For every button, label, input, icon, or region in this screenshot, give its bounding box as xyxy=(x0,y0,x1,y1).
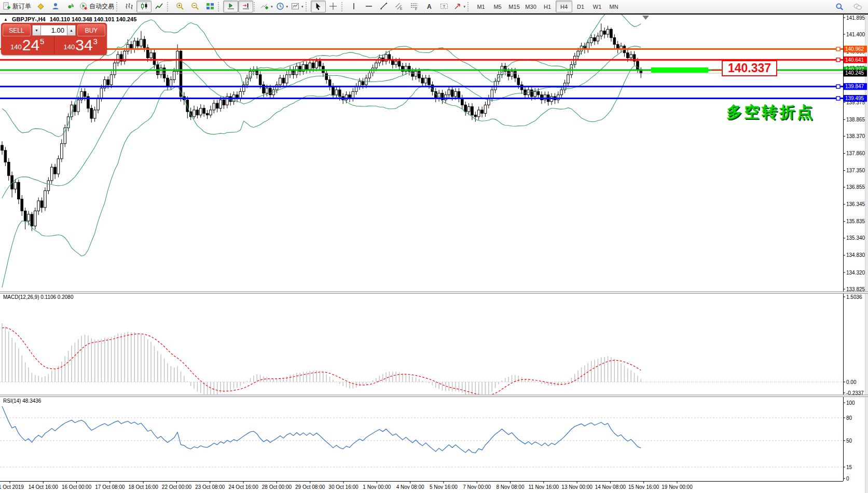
svg-text:A: A xyxy=(427,3,432,10)
candle xyxy=(461,95,464,109)
fibonacci-button[interactable]: F xyxy=(407,1,422,12)
volume-field[interactable]: 1.00 xyxy=(41,25,67,36)
rsi-indicator-label: RSI(14) 48.3436 xyxy=(3,398,41,404)
panel-separator[interactable] xyxy=(0,395,868,397)
text-button[interactable]: A xyxy=(422,1,437,12)
candle xyxy=(600,23,602,39)
trade-panel-price-row: 140 24 5 140 34 3 xyxy=(1,36,107,53)
tf-h4-button[interactable]: H4 xyxy=(556,1,572,12)
panel-separator[interactable] xyxy=(0,292,868,294)
zoom-in-button[interactable] xyxy=(172,1,187,12)
crosshair-button[interactable] xyxy=(326,1,341,12)
sell-price[interactable]: 140 24 5 xyxy=(1,36,54,53)
candle xyxy=(103,76,106,91)
candle xyxy=(481,106,484,117)
templates-button[interactable]: ▾ xyxy=(290,1,305,12)
buy-button[interactable]: BUY xyxy=(77,24,105,36)
current-price-label-text: 140.245 xyxy=(845,70,864,76)
tf-d1-button[interactable]: D1 xyxy=(572,1,589,12)
candle xyxy=(424,75,427,87)
autotrading-button[interactable]: 自动交易 xyxy=(78,1,116,12)
candle xyxy=(67,113,70,131)
tf-w1-button-label: W1 xyxy=(593,4,602,10)
candle xyxy=(21,195,23,216)
price-callout-box[interactable]: 140.337 xyxy=(722,60,777,76)
macd-axis-label: 1.5036 xyxy=(846,294,862,300)
rsi-panel[interactable] xyxy=(0,406,843,467)
chat-button[interactable] xyxy=(850,1,865,12)
zoom-out-button[interactable] xyxy=(187,1,202,12)
search-button[interactable] xyxy=(832,1,847,12)
one-click-trading-panel: SELL ▼ 1.00 ▲ BUY 140 24 5 140 34 3 xyxy=(1,23,107,55)
tf-m1-button[interactable]: M1 xyxy=(473,1,489,12)
tile-windows-button[interactable] xyxy=(202,1,217,12)
trendline-button[interactable] xyxy=(377,1,392,12)
tf-h1-button[interactable]: H1 xyxy=(539,1,556,12)
turning-point-annotation[interactable]: 多空转折点 xyxy=(726,102,815,123)
hline-marker[interactable] xyxy=(836,97,840,100)
candle xyxy=(61,139,63,162)
hline-marker[interactable] xyxy=(836,47,840,51)
candle xyxy=(388,51,391,63)
chart-shift-marker[interactable] xyxy=(642,16,649,20)
candle xyxy=(285,71,288,86)
volume-down-button[interactable]: ▼ xyxy=(32,25,41,36)
candle xyxy=(328,76,331,90)
tf-m1-button-label: M1 xyxy=(477,4,485,10)
sell-button[interactable]: SELL xyxy=(3,24,31,36)
candle xyxy=(239,88,242,102)
profiles-button[interactable] xyxy=(48,1,63,12)
main-chart-area[interactable] xyxy=(0,10,843,288)
candle xyxy=(27,211,30,225)
time-axis[interactable]: 11 Oct 201914 Oct 16:0016 Oct 00:0017 Oc… xyxy=(0,482,693,490)
alerts-button[interactable] xyxy=(63,1,78,12)
time-tick-label: 8 Nov 08:00 xyxy=(497,484,525,490)
candle xyxy=(368,70,371,81)
svg-text:F: F xyxy=(415,7,417,10)
buy-price[interactable]: 140 34 3 xyxy=(54,36,107,53)
bar-chart-button[interactable] xyxy=(121,1,136,12)
candle xyxy=(18,180,20,204)
sell-price-prefix: 140 xyxy=(10,43,22,51)
candle xyxy=(332,83,335,99)
vline-button[interactable] xyxy=(347,1,362,12)
macd-axis-label: -0.2337 xyxy=(846,390,864,396)
tf-m30-button[interactable]: M30 xyxy=(522,1,539,12)
tf-m15-button[interactable]: M15 xyxy=(506,1,522,12)
new-order-button[interactable]: 新订单 xyxy=(1,1,33,12)
tf-w1-button[interactable]: W1 xyxy=(589,1,605,12)
linechart-icon xyxy=(155,2,163,11)
volume-up-button[interactable]: ▲ xyxy=(67,25,76,36)
tf-h4-button-label: H4 xyxy=(560,4,568,10)
fibo-icon: F xyxy=(410,2,418,11)
hline-marker[interactable] xyxy=(836,85,840,88)
label-button[interactable]: T xyxy=(437,1,452,12)
tf-mn-button[interactable]: MN xyxy=(605,1,622,12)
chart-shift-button[interactable] xyxy=(238,1,253,12)
hline-marker[interactable] xyxy=(836,58,840,62)
metaeditor-button[interactable] xyxy=(33,1,48,12)
shapes-button[interactable]: ▾ xyxy=(452,1,467,12)
time-tick-label: 15 Nov 16:00 xyxy=(628,484,659,490)
auto-scroll-button[interactable] xyxy=(223,1,238,12)
buy-price-big: 34 xyxy=(75,38,92,52)
candle xyxy=(597,33,599,45)
price-axis[interactable]: 141.895141.400140.890140.385139.880139.3… xyxy=(843,15,867,482)
candle xyxy=(114,60,116,78)
indicators-button[interactable]: ▾ xyxy=(259,1,274,12)
highlight-bar[interactable] xyxy=(651,67,708,73)
candlestick-button[interactable] xyxy=(136,1,151,12)
candle xyxy=(282,75,285,87)
line-chart-button[interactable] xyxy=(151,1,167,12)
macd-panel[interactable] xyxy=(0,323,843,395)
candle xyxy=(458,88,460,102)
cursor-button[interactable] xyxy=(311,1,326,12)
channel-button[interactable]: E xyxy=(392,1,407,12)
tf-m5-button[interactable]: M5 xyxy=(489,1,506,12)
toolbar-grip xyxy=(467,2,472,11)
hline-button[interactable] xyxy=(362,1,377,12)
candle xyxy=(193,106,196,119)
collapse-panel-icon[interactable]: ▲ xyxy=(4,17,8,22)
periods-button[interactable]: ▾ xyxy=(274,1,290,12)
toolbar-grip xyxy=(306,2,310,11)
